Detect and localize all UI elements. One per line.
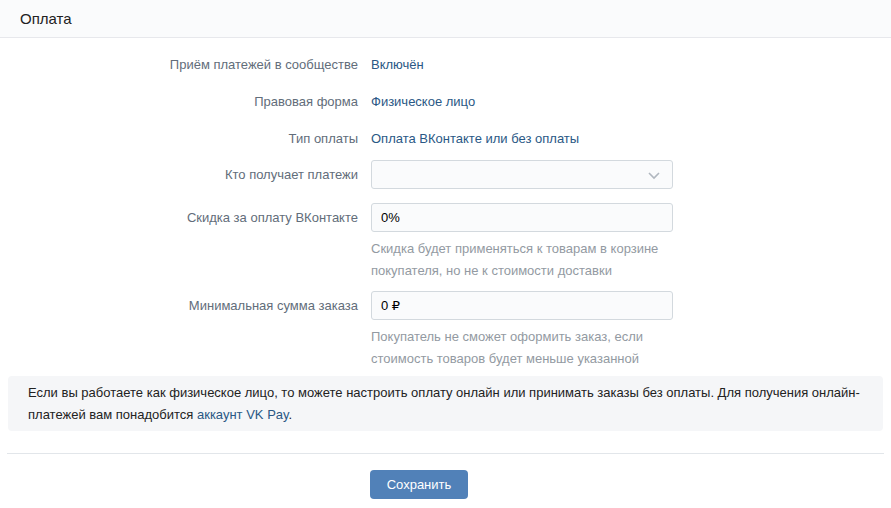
payments-status-link[interactable]: Включён [371, 57, 424, 72]
discount-control: Скидка будет применяться к товарам в кор… [371, 203, 691, 282]
footer: Сохранить [0, 454, 838, 499]
form-row-min-order: Минимальная сумма заказа Покупатель не с… [0, 291, 891, 370]
form-row-discount: Скидка за оплату ВКонтакте Скидка будет … [0, 203, 891, 282]
payment-type-value: Оплата ВКонтакте или без оплаты [371, 131, 579, 147]
legal-form-value: Физическое лицо [371, 94, 475, 110]
payment-type-label: Тип оплаты [0, 131, 371, 147]
payments-status-label: Приём платежей в сообществе [0, 57, 371, 73]
discount-hint: Скидка будет применяться к товарам в кор… [371, 238, 691, 282]
min-order-hint: Покупатель не сможет оформить заказ, есл… [371, 326, 691, 370]
info-note-period: . [289, 407, 293, 422]
payment-settings-form: Приём платежей в сообществе Включён Прав… [0, 38, 891, 370]
payment-receiver-select[interactable] [371, 160, 673, 189]
form-row-payments-status: Приём платежей в сообществе Включён [0, 57, 891, 73]
page-header: Оплата [0, 0, 891, 38]
legal-form-label: Правовая форма [0, 94, 371, 110]
payment-receiver-control [371, 160, 673, 189]
min-order-sum-input[interactable] [371, 291, 673, 320]
info-note-text: Если вы работаете как физическое лицо, т… [28, 385, 860, 422]
save-button[interactable]: Сохранить [370, 470, 469, 499]
page-title: Оплата [20, 10, 871, 27]
info-note: Если вы работаете как физическое лицо, т… [8, 376, 883, 431]
payment-receiver-label: Кто получает платежи [0, 160, 371, 189]
form-row-payment-receiver: Кто получает платежи [0, 160, 891, 189]
min-order-control: Покупатель не сможет оформить заказ, есл… [371, 291, 691, 370]
vk-discount-input[interactable] [371, 203, 673, 232]
min-order-label: Минимальная сумма заказа [0, 291, 371, 370]
payments-status-value: Включён [371, 57, 424, 73]
legal-form-link[interactable]: Физическое лицо [371, 94, 475, 109]
form-row-payment-type: Тип оплаты Оплата ВКонтакте или без опла… [0, 131, 891, 147]
vk-pay-link[interactable]: аккаунт VK Pay [197, 407, 289, 422]
form-row-legal-form: Правовая форма Физическое лицо [0, 94, 891, 110]
discount-label: Скидка за оплату ВКонтакте [0, 203, 371, 282]
payment-type-link[interactable]: Оплата ВКонтакте или без оплаты [371, 131, 579, 146]
chevron-down-icon [646, 167, 662, 183]
